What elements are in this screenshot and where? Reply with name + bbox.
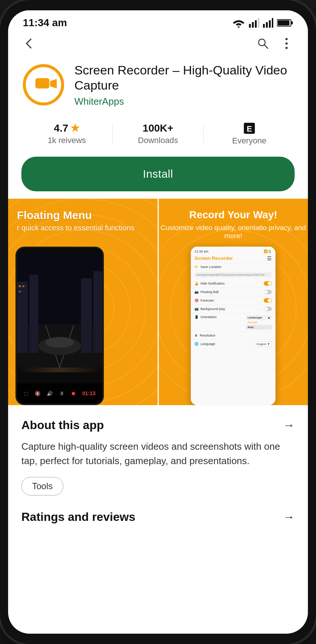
svg-rect-37 <box>22 285 25 287</box>
floating-ball-toggle <box>264 290 272 294</box>
svg-rect-36 <box>19 285 21 287</box>
screenshot-right-subtitle: Customize video quality, orientatio priv… <box>159 224 308 240</box>
hide-notif-icon: 🔔 <box>194 282 199 285</box>
facecam-icon: 🎯 <box>194 299 199 302</box>
star-icon: ★ <box>70 122 80 134</box>
left-phone-image <box>17 248 102 373</box>
svg-rect-11 <box>278 20 289 25</box>
svg-rect-4 <box>258 18 259 28</box>
about-section: About this app → Capture high-quality sc… <box>8 405 308 503</box>
inner-resolution-row: 🖥 Resolution <box>191 332 275 340</box>
svg-rect-35 <box>94 271 102 353</box>
install-button[interactable]: Install <box>21 157 295 191</box>
svg-point-40 <box>45 337 74 348</box>
svg-rect-2 <box>252 22 254 28</box>
screenshots-section: Floating Menu r quick access to essentia… <box>8 199 308 405</box>
signal2-icon <box>263 18 273 28</box>
inner-hide-notif-row: 🔔 Hide Notification <box>191 279 275 288</box>
nav-bar <box>8 32 308 55</box>
language-dropdown: English ▼ <box>255 341 272 347</box>
inner-screen-header: Screen Recorder ☰ <box>191 254 275 263</box>
inner-save-location-row: 📁 Save Location <box>191 263 275 271</box>
bg-play-toggle <box>264 307 272 311</box>
more-menu-button[interactable] <box>278 35 295 52</box>
svg-rect-17 <box>35 78 49 88</box>
inner-bg-play-row: 📺 Background play <box>191 305 275 313</box>
inner-hide-notif-left: 🔔 Hide Notification <box>194 282 225 285</box>
facecam-toggle <box>264 298 272 303</box>
inner-facecam-row: 🎯 Facecam <box>191 296 275 305</box>
svg-point-14 <box>285 42 288 45</box>
hide-notif-label: Hide Notification <box>200 282 225 285</box>
rating-value: 4.7 ★ <box>54 122 80 134</box>
language-icon: 🌐 <box>194 342 199 346</box>
orientation-label: Orientation <box>200 315 217 319</box>
main-scroll[interactable]: Screen Recorder – High-Quality Video Cap… <box>8 55 308 634</box>
language-label: Language <box>200 342 215 346</box>
svg-point-15 <box>285 47 288 49</box>
car-scene <box>17 248 102 373</box>
floating-ball-label: Floating Ball <box>200 290 219 294</box>
svg-rect-34 <box>81 278 92 353</box>
search-button[interactable] <box>255 35 271 52</box>
app-category-tag[interactable]: Tools <box>21 477 63 495</box>
screenshot-right-title: Record Your Way! <box>159 209 308 221</box>
resolution-label: Resolution <box>200 334 215 337</box>
inner-orientation-left: 📱 Orientation <box>194 315 217 319</box>
inner-floating-ball-row: 📷 Floating Ball <box>191 288 275 296</box>
svg-rect-32 <box>17 282 28 353</box>
svg-rect-33 <box>29 275 38 353</box>
phone-frame: 11:34 am <box>0 0 316 644</box>
downloads-value: 100K+ <box>143 122 173 134</box>
inner-facecam-left: 🎯 Facecam <box>194 299 214 302</box>
orientation-auto: Auto <box>246 325 272 330</box>
inner-orientation-row: 📱 Orientation Landscape ▲ Portrait <box>191 313 275 332</box>
screenshot-left-subtitle: r quick access to essential functions <box>17 224 149 232</box>
svg-rect-7 <box>269 20 271 28</box>
rec-screenshot-icon: ⬚ <box>24 391 28 396</box>
back-button[interactable] <box>21 35 38 52</box>
screenshot-left: Floating Menu r quick access to essentia… <box>8 199 158 405</box>
inner-right-screen-content: 11:34 am 📶🔋 Screen Recorder ☰ 📁 <box>191 247 275 405</box>
phone-screen: 11:34 am <box>8 10 308 634</box>
svg-rect-6 <box>266 22 268 28</box>
rec-mute-icon: 🔇 <box>35 391 41 396</box>
ratings-arrow-icon[interactable]: → <box>283 510 295 524</box>
svg-marker-18 <box>50 79 57 88</box>
inner-phone-status: 11:34 am 📶🔋 <box>191 247 275 254</box>
inner-screen-title: Screen Recorder <box>194 255 233 261</box>
rec-volume-icon: 🔊 <box>47 391 53 396</box>
orientation-selected: Landscape ▲ <box>246 315 272 320</box>
about-title: About this app <box>21 418 104 432</box>
save-location-icon: 📁 <box>194 265 199 269</box>
battery-icon <box>277 19 293 27</box>
rec-time: 01:13 <box>82 390 95 396</box>
inner-menu-icon: ☰ <box>267 255 272 261</box>
app-info: Screen Recorder – High-Quality Video Cap… <box>74 63 295 107</box>
svg-rect-1 <box>249 24 251 28</box>
stat-rating-label: E Everyone <box>204 122 295 146</box>
inner-floating-ball-left: 📷 Floating Ball <box>194 290 219 294</box>
inner-save-location-left: 📁 Save Location <box>194 265 221 269</box>
ratings-title: Ratings and reviews <box>21 510 135 524</box>
stat-downloads: 100K+ Downloads <box>113 122 204 145</box>
ratings-section: Ratings and reviews → <box>8 503 308 531</box>
inner-phone-left: ⬚ 🔇 🔊 ⏸ ⏺ 01:13 <box>15 247 104 405</box>
screenshot-left-title: Floating Menu <box>17 209 149 222</box>
inner-phone-right: 11:34 am 📶🔋 Screen Recorder ☰ 📁 <box>191 247 275 405</box>
svg-point-0 <box>238 27 240 28</box>
status-time: 11:34 am <box>23 17 67 29</box>
about-arrow-icon[interactable]: → <box>283 418 295 432</box>
svg-rect-10 <box>291 21 293 24</box>
inner-language-row: 🌐 Language English ▼ <box>191 340 275 349</box>
bg-play-icon: 📺 <box>194 307 199 311</box>
downloads-label: Downloads <box>138 136 178 145</box>
bg-play-label: Background play <box>200 307 225 311</box>
rating-everyone-label: Everyone <box>232 136 266 146</box>
svg-rect-3 <box>255 20 257 28</box>
screenshot-right: Record Your Way! Customize video quality… <box>158 199 308 405</box>
orientation-icon: 📱 <box>194 315 199 319</box>
stats-row: 4.7 ★ 1k reivews 100K+ Downloads E <box>8 115 308 153</box>
floating-ball-icon: 📷 <box>194 290 199 294</box>
hide-notif-toggle <box>264 281 272 286</box>
